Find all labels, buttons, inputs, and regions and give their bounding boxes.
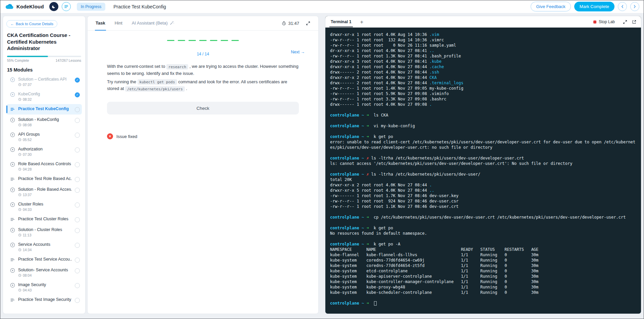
- terminal-line: drwx------ 2 root root 4.0K Nov 27 08:44…: [330, 70, 636, 75]
- lesson-title: Service Accounts: [18, 242, 72, 247]
- practice-list-icon: [10, 298, 15, 303]
- lesson-item[interactable]: Practice Test Service Accou...: [6, 255, 82, 265]
- terminal-line: drwxr-xr-x 1 root root 4.0K Aug 14 10:36…: [330, 32, 636, 37]
- terminal-line: controlplane ~ ➜ vi my-kube-config: [330, 123, 636, 129]
- lesson-item[interactable]: Solution- Service Accounts08:04: [6, 265, 82, 280]
- lesson-item[interactable]: Practice Test KubeConfig: [6, 104, 82, 115]
- play-circle-icon: [10, 242, 15, 247]
- next-question-button[interactable]: Next →: [289, 49, 307, 55]
- lesson-item[interactable]: Solution – Certificates API07:37✓: [6, 75, 82, 89]
- lesson-item[interactable]: Role Based Access Controls04:28: [6, 159, 82, 174]
- play-circle-icon: [10, 202, 15, 207]
- practice-list-icon: [10, 257, 15, 262]
- terminal-panel: Terminal 1 + Stop Lab drwxr-xr-x 1 root …: [325, 16, 641, 314]
- kodekloud-cloud-logo-icon: [5, 3, 14, 10]
- expand-task-panel-button[interactable]: [305, 20, 311, 26]
- give-feedback-button[interactable]: Give Feedback: [531, 2, 571, 11]
- lab-timer: 31:47: [282, 21, 299, 26]
- lesson-status-circle: ✓: [75, 78, 80, 83]
- lesson-title: Solution - Cluster Roles: [18, 227, 72, 232]
- lesson-item[interactable]: Cluster Roles04:33: [6, 199, 82, 214]
- back-to-course-button[interactable]: ← Back to Course Details: [6, 20, 57, 28]
- lesson-item[interactable]: Practice Test Cluster Roles: [6, 214, 82, 225]
- app-header: KodeKloud In Progress Practice Test Kube…: [0, 0, 644, 13]
- terminal-line: drwx------ 2 root root 4.0K Nov 27 08:44…: [330, 80, 636, 86]
- terminal-header: Terminal 1 + Stop Lab: [325, 16, 641, 28]
- terminal-line: [330, 129, 636, 134]
- layout-toggle-button[interactable]: [62, 2, 71, 11]
- terminal-line: controlplane ~ ➜ k get po -A: [330, 241, 636, 247]
- lesson-item[interactable]: Image Security04:43: [6, 280, 82, 294]
- terminal-line: -rw-r--r-- 1 root root 1.1K Nov 27 08:46…: [330, 204, 636, 209]
- play-circle-icon: [10, 147, 15, 152]
- error-cross-icon: ×: [107, 133, 113, 139]
- terminal-line: drwxr-xr-x 2 root root 4.0K Nov 27 08:44…: [330, 182, 636, 188]
- terminal-line: [330, 118, 636, 123]
- lesson-item[interactable]: KubeConfig08:32✓: [6, 89, 82, 104]
- lesson-duration: 07:30: [18, 152, 72, 156]
- tab-hint[interactable]: Hint: [114, 16, 123, 31]
- progress-dash: [178, 40, 185, 41]
- clock-icon: [18, 138, 21, 141]
- terminal-line: controlplane ~ ✗ ls -ltrha /etc/kubernet…: [330, 155, 636, 161]
- lesson-item[interactable]: Practice Test Image Security: [6, 295, 82, 305]
- progress-dash: [199, 40, 207, 41]
- play-circle-icon: [10, 77, 15, 82]
- modules-count-label: 15 Modules: [7, 67, 81, 73]
- progress-dash: [231, 40, 239, 41]
- terminal-line: kube-system kube-apiserver-controlplane …: [330, 274, 636, 279]
- tab-ai-label: AI Assistant (Beta): [132, 20, 168, 26]
- next-lesson-button[interactable]: [630, 2, 639, 11]
- course-progress-bar: [7, 56, 81, 57]
- lesson-title: Solution - Role Based Acces...: [18, 187, 72, 192]
- check-button[interactable]: Check: [107, 102, 299, 115]
- lesson-item[interactable]: Solution - Cluster Roles11:13: [6, 225, 82, 239]
- clock-icon: [18, 208, 21, 211]
- course-progress-fill: [7, 56, 48, 57]
- main-layout: ← Back to Course Details CKA Certificati…: [0, 13, 644, 316]
- terminal-tab[interactable]: Terminal 1: [329, 16, 353, 27]
- lesson-title: KubeConfig: [18, 92, 72, 96]
- play-circle-icon: [10, 283, 15, 288]
- expand-terminal-button[interactable]: [622, 19, 628, 25]
- lesson-title: Cluster Roles: [18, 202, 72, 207]
- lesson-duration: 04:28: [18, 167, 72, 171]
- clock-icon: [18, 193, 21, 196]
- terminal-line: -rw------- 1 root root 5.9K Nov 27 09:08…: [330, 91, 636, 96]
- clock-icon: [18, 274, 21, 277]
- tab-ai-assistant[interactable]: AI Assistant (Beta): [131, 16, 175, 31]
- lesson-title: Solution- Service Accounts: [18, 268, 72, 272]
- lesson-item[interactable]: API Groups05:52: [6, 130, 82, 144]
- terminal-line: kube-system coredns-77d6fd4654-cw69j 1/1…: [330, 258, 636, 263]
- lesson-status-circle: [75, 147, 80, 152]
- lesson-status-circle: [75, 268, 80, 273]
- prev-lesson-button[interactable]: [618, 2, 627, 11]
- tab-task[interactable]: Task: [95, 16, 106, 31]
- terminal-line: total 20K: [330, 177, 636, 182]
- add-terminal-button[interactable]: +: [358, 19, 366, 25]
- clock-icon: [18, 123, 21, 127]
- terminal-line: controlplane ~ ➜ k get po: [330, 134, 636, 139]
- open-terminal-new-window-button[interactable]: [631, 19, 637, 25]
- tab-task-label: Task: [96, 20, 105, 26]
- lesson-title: Practice Test KubeConfig: [18, 106, 72, 111]
- chevron-left-icon: [621, 5, 624, 8]
- terminal-line: -rw-r--r-- 1 root root 132 Aug 14 10:36 …: [330, 37, 636, 43]
- mark-complete-button[interactable]: Mark Complete: [574, 2, 614, 11]
- lesson-title: Practice Test Cluster Roles: [18, 217, 72, 221]
- lesson-item[interactable]: Authorization07:30: [6, 144, 82, 159]
- stop-lab-button[interactable]: Stop Lab: [591, 19, 617, 25]
- lesson-item[interactable]: Service Accounts14:34: [6, 240, 82, 254]
- lesson-item[interactable]: Practice Test Role Based Ac...: [6, 174, 82, 184]
- terminal-line: controlplane ~ ✗ ls -ltrha /etc/kubernet…: [330, 172, 636, 177]
- lesson-item[interactable]: Solution - KubeConfig08:08: [6, 115, 82, 129]
- play-circle-icon: [10, 187, 15, 192]
- terminal-output[interactable]: drwxr-xr-x 1 root root 4.0K Aug 14 10:36…: [325, 28, 641, 314]
- lesson-item[interactable]: Solution - Role Based Acces...13:37: [6, 185, 82, 199]
- brand-name: KodeKloud: [16, 4, 44, 9]
- lesson-duration: 08:04: [18, 273, 72, 277]
- lesson-status-circle: [75, 283, 80, 288]
- lesson-title: Practice Test Role Based Ac...: [18, 176, 72, 181]
- terminal-line: kube-system kube-controller-manager-cont…: [330, 279, 636, 284]
- dark-mode-toggle[interactable]: [49, 2, 58, 11]
